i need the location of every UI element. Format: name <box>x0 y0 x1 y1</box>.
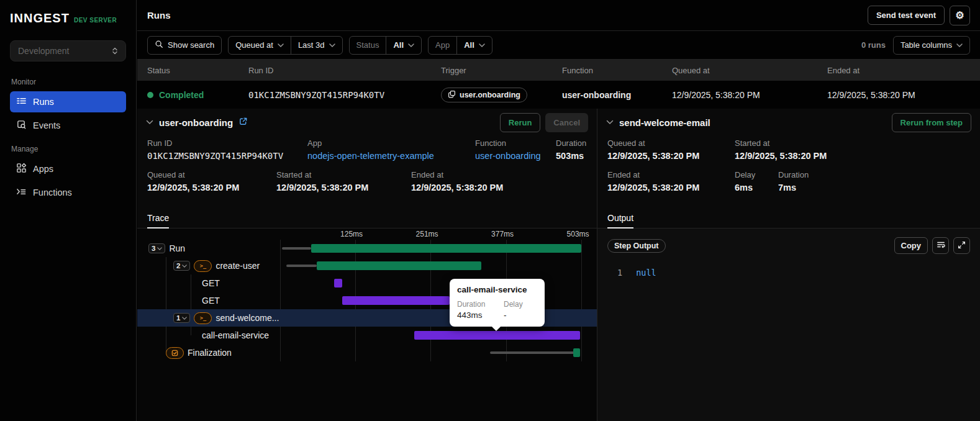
wrap-text-button[interactable] <box>932 237 949 254</box>
search-icon <box>155 40 163 50</box>
step-title: send-welcome-email <box>619 117 710 128</box>
trace-waterfall: 125ms251ms377ms503ms 3Run2>_create-userG… <box>137 229 597 421</box>
sidebar-item-apps[interactable]: Apps <box>10 158 126 179</box>
app-filter-label: App <box>429 37 456 54</box>
trace-time-axis: 125ms251ms377ms503ms <box>280 229 581 240</box>
environment-select[interactable]: Development <box>10 40 126 61</box>
status-filter-label: Status <box>350 37 386 54</box>
rerun-button[interactable]: Rerun <box>500 113 541 132</box>
collapse-count-badge[interactable]: 2 <box>173 261 190 271</box>
span-label: call-email-service <box>202 330 269 340</box>
span-bar[interactable] <box>414 331 580 340</box>
trigger-pill[interactable]: user.onboarding <box>441 88 527 102</box>
collapse-chevron-icon[interactable] <box>606 120 614 125</box>
cancel-button[interactable]: Cancel <box>545 113 588 132</box>
span-label: Finalization <box>188 348 232 358</box>
table-row[interactable]: Completed 01KC1ZMSBNY9ZQT415RP94K0TV use… <box>137 81 980 109</box>
table-columns-button[interactable]: Table columns <box>893 36 970 55</box>
run-details-panel: user-onboarding Rerun Cancel Run ID 01KC… <box>137 109 597 421</box>
chevron-down-icon <box>479 43 485 47</box>
sidebar-item-runs[interactable]: Runs <box>10 91 126 112</box>
event-icon <box>448 90 456 100</box>
step-queued-field: Queued at 12/9/2025, 5:38:20 PM <box>607 138 735 161</box>
queued-at-field: Queued at 12/9/2025, 5:38:20 PM <box>147 170 276 192</box>
function-cell: user-onboarding <box>562 90 672 100</box>
tab-trace[interactable]: Trace <box>147 208 169 228</box>
queued-at-dropdown[interactable]: Queued at <box>229 37 291 54</box>
span-timeline <box>280 240 581 257</box>
logo: INNGEST DEV SERVER <box>10 11 126 25</box>
settings-button[interactable]: ⚙ <box>950 6 970 25</box>
app-filter-group: App All <box>428 36 492 55</box>
span-bar[interactable] <box>334 279 342 287</box>
chevron-down-icon <box>278 43 284 47</box>
collapse-count-badge[interactable]: 3 <box>148 243 165 253</box>
column-header: Queued at <box>672 66 827 75</box>
step-output-badge: Step Output <box>607 239 666 253</box>
trace-row-call-email-service[interactable]: call-email-service <box>137 327 597 344</box>
span-bar[interactable] <box>342 296 450 305</box>
page-title: Runs <box>147 10 171 20</box>
collapse-count-badge[interactable]: 1 <box>173 313 190 323</box>
span-label: Run <box>169 243 185 253</box>
function-link[interactable]: user-onboarding <box>475 151 556 161</box>
step-delay-field: Delay 6ms <box>735 170 778 192</box>
copy-button[interactable]: Copy <box>894 237 928 254</box>
send-test-event-button[interactable]: Send test event <box>868 6 945 25</box>
app-link[interactable]: nodejs-open-telemetry-example <box>307 151 475 161</box>
filter-bar: Show search Queued at Last 3d Status All… <box>137 31 980 60</box>
sidebar-item-events[interactable]: Events <box>10 115 126 136</box>
expand-button[interactable] <box>953 237 970 254</box>
external-link-icon[interactable] <box>238 117 248 128</box>
span-timeline <box>280 344 581 361</box>
trace-row-run[interactable]: 3Run <box>137 240 597 257</box>
environment-value: Development <box>18 46 70 56</box>
span-bar[interactable] <box>573 348 580 357</box>
column-header: Status <box>147 66 248 75</box>
chevron-down-icon <box>329 43 335 47</box>
span-bar[interactable] <box>317 261 481 270</box>
axis-tick-label: 503ms <box>567 230 589 238</box>
code-value: null <box>636 268 656 278</box>
apps-icon <box>16 163 27 175</box>
main-area: Runs Send test event ⚙ Show search Queue… <box>137 0 980 421</box>
finalization-icon <box>166 347 184 359</box>
gear-icon: ⚙ <box>955 9 964 21</box>
axis-tick-label: 251ms <box>416 230 438 238</box>
column-header: Function <box>562 66 672 75</box>
trace-row-create-user[interactable]: 2>_create-user <box>137 257 597 274</box>
status-filter-dropdown[interactable]: All <box>386 37 421 54</box>
sidebar-item-label: Runs <box>33 97 54 107</box>
collapse-chevron-icon[interactable] <box>146 120 153 125</box>
run-id-cell: 01KC1ZMSBNY9ZQT415RP94K0TV <box>248 90 441 100</box>
span-label: send-welcome... <box>216 313 279 323</box>
ended-at-cell: 12/9/2025, 5:38:20 PM <box>827 90 980 100</box>
logo-text: INNGEST <box>10 11 70 25</box>
axis-tick-label: 377ms <box>491 230 514 238</box>
app-filter-dropdown[interactable]: All <box>456 37 492 54</box>
trace-tooltip: call-email-service Duration Delay 443ms … <box>450 279 545 327</box>
rerun-from-step-button[interactable]: Rerun from step <box>892 113 971 132</box>
run-status: Completed <box>147 90 248 100</box>
step-ended-field: Ended at 12/9/2025, 5:38:20 PM <box>607 170 735 192</box>
functions-icon <box>16 186 27 199</box>
span-timeline <box>280 327 581 344</box>
page-header: Runs Send test event ⚙ <box>137 0 980 31</box>
span-label: GET <box>202 296 220 306</box>
sidebar-item-functions[interactable]: Functions <box>10 182 126 203</box>
runs-icon <box>16 96 27 108</box>
tab-output[interactable]: Output <box>607 208 633 228</box>
time-range-dropdown[interactable]: Last 3d <box>291 37 342 54</box>
queue-delay-line <box>282 247 311 250</box>
line-number: 1 <box>617 268 622 278</box>
sidebar-item-label: Events <box>33 120 60 130</box>
queue-delay-line <box>286 265 317 267</box>
manage-section-label: Manage <box>11 145 125 153</box>
sidebar: INNGEST DEV SERVER Development Monitor R… <box>0 0 137 421</box>
show-search-button[interactable]: Show search <box>147 36 222 55</box>
span-bar[interactable] <box>311 244 581 253</box>
step-terminal-icon: >_ <box>194 312 212 324</box>
code-line: 1 null <box>607 268 970 278</box>
span-timeline <box>280 257 581 274</box>
trace-row-finalization[interactable]: Finalization <box>137 344 597 361</box>
